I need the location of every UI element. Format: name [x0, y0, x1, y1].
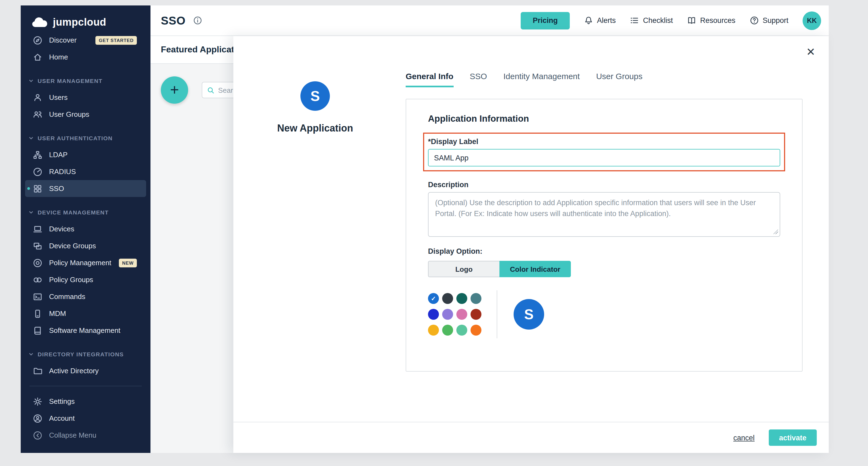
close-icon: ✕ [806, 45, 815, 58]
info-icon[interactable] [193, 16, 203, 25]
tab-identity-management[interactable]: Identity Management [503, 71, 580, 87]
sidebar-item-active-directory[interactable]: Active Directory [21, 362, 151, 379]
sidebar-item-settings[interactable]: Settings [21, 393, 151, 410]
vertical-divider [497, 290, 497, 338]
collapse-arrow-icon [33, 430, 42, 440]
sidebar-item-users[interactable]: Users [21, 89, 151, 106]
sidebar-item-sso[interactable]: SSO [25, 180, 146, 197]
sidebar-item-device-groups[interactable]: Device Groups [21, 237, 151, 254]
sidebar-item-user-groups[interactable]: User Groups [21, 106, 151, 123]
target-icon [33, 258, 42, 268]
activate-button[interactable]: activate [769, 430, 817, 446]
color-swatch[interactable] [428, 325, 439, 336]
description-textarea[interactable] [428, 192, 780, 237]
tab-general-info[interactable]: General Info [406, 71, 453, 87]
color-swatch[interactable] [442, 293, 453, 304]
section-label: DEVICE MANAGEMENT [38, 209, 109, 215]
topbar: SSO Pricing Alerts Checklist Resources [151, 5, 829, 36]
account-icon [33, 413, 42, 423]
application-information-card: Application Information *Display Label D… [406, 99, 803, 372]
annotation-highlight-box: *Display Label [423, 133, 785, 171]
sidebar-item-discover[interactable]: Discover GET STARTED [21, 32, 151, 49]
color-swatch[interactable] [470, 309, 482, 320]
sidebar-item-label: Policy Management [49, 259, 111, 267]
display-option-toggle: Logo Color Indicator [428, 261, 780, 277]
display-label-label: *Display Label [428, 138, 780, 146]
sidebar-item-label: Policy Groups [49, 275, 93, 284]
color-indicator-option-button[interactable]: Color Indicator [499, 261, 571, 277]
color-picker-area: ✓ S [428, 290, 780, 338]
sidebar-item-policy-management[interactable]: Policy Management NEW [21, 254, 151, 271]
tab-user-groups[interactable]: User Groups [596, 71, 643, 87]
policy-groups-icon [33, 275, 42, 285]
sidebar-item-ldap[interactable]: LDAP [21, 146, 151, 163]
add-application-button[interactable]: + [161, 77, 188, 104]
card-title: Application Information [428, 114, 780, 124]
app-grid-icon [33, 184, 42, 194]
chevron-down-icon [28, 209, 34, 215]
color-swatch[interactable] [470, 293, 482, 304]
sidebar-item-label: User Groups [49, 110, 89, 118]
color-swatch[interactable] [456, 309, 467, 320]
tab-sso[interactable]: SSO [470, 71, 487, 87]
resources-label: Resources [700, 17, 735, 25]
color-swatch[interactable] [428, 309, 439, 320]
sidebar-item-label: LDAP [49, 151, 68, 159]
users-icon [33, 109, 42, 119]
modal-tabs: General Info SSO Identity Management Use… [406, 71, 643, 87]
pricing-button[interactable]: Pricing [521, 12, 570, 29]
sidebar-item-label: Device Groups [49, 242, 96, 250]
checklist-label: Checklist [643, 17, 673, 25]
page-title: SSO [161, 14, 186, 27]
sidebar-item-mdm[interactable]: MDM [21, 305, 151, 322]
logo-text: jumpcloud [53, 17, 106, 28]
color-swatch[interactable] [442, 325, 453, 336]
sidebar-item-account[interactable]: Account [21, 410, 151, 427]
color-swatch[interactable] [456, 293, 467, 304]
cancel-link[interactable]: cancel [733, 434, 754, 442]
sidebar-item-devices[interactable]: Devices [21, 221, 151, 237]
sidebar-item-label: Active Directory [49, 367, 99, 375]
color-swatch[interactable]: ✓ [428, 293, 439, 304]
sidebar-item-label: Discover [49, 36, 76, 44]
sidebar-section-user-authentication[interactable]: USER AUTHENTICATION [21, 129, 151, 146]
sidebar-item-home[interactable]: Home [21, 49, 151, 65]
new-badge: NEW [119, 258, 137, 267]
sidebar-item-label: Settings [49, 397, 75, 405]
user-avatar[interactable]: KK [803, 11, 821, 30]
section-label: USER MANAGEMENT [38, 77, 102, 84]
alerts-button[interactable]: Alerts [584, 16, 616, 25]
display-label-input[interactable] [428, 149, 780, 167]
app-summary: S New Application [234, 81, 397, 134]
support-button[interactable]: Support [749, 16, 788, 25]
page: jumpcloud Discover GET STARTED Home USER… [0, 0, 868, 466]
radius-icon [33, 167, 42, 177]
sidebar-section-device-management[interactable]: DEVICE MANAGEMENT [21, 204, 151, 221]
sidebar-item-label: Collapse Menu [49, 431, 96, 439]
sidebar-item-collapse-menu[interactable]: Collapse Menu [21, 427, 151, 444]
close-button[interactable]: ✕ [804, 45, 818, 59]
open-book-icon [687, 16, 696, 25]
color-swatch[interactable] [470, 325, 482, 336]
sidebar-section-user-management[interactable]: USER MANAGEMENT [21, 72, 151, 89]
jumpcloud-logo[interactable]: jumpcloud [21, 5, 151, 32]
app-name: New Application [277, 123, 353, 134]
color-swatch[interactable] [442, 309, 453, 320]
sidebar-item-commands[interactable]: Commands [21, 288, 151, 305]
modal-footer: cancel activate [234, 422, 829, 453]
color-swatch[interactable] [456, 325, 467, 336]
sidebar-section-directory-integrations[interactable]: DIRECTORY INTEGRATIONS [21, 345, 151, 362]
sidebar-item-software-management[interactable]: Software Management [21, 322, 151, 339]
sidebar-item-label: Devices [49, 225, 74, 233]
search-icon [207, 86, 215, 94]
resize-handle-icon[interactable] [773, 229, 778, 234]
checklist-button[interactable]: Checklist [630, 16, 673, 25]
resources-button[interactable]: Resources [687, 16, 735, 25]
app-initial: S [311, 88, 320, 105]
description-field: Description [428, 181, 780, 237]
display-option-block: Display Option: Logo Color Indicator [428, 247, 780, 277]
logo-option-button[interactable]: Logo [428, 261, 499, 277]
new-application-panel: ✕ S New Application General Info SSO Ide… [234, 36, 829, 453]
sidebar-item-policy-groups[interactable]: Policy Groups [21, 271, 151, 288]
sidebar-item-radius[interactable]: RADIUS [21, 163, 151, 180]
